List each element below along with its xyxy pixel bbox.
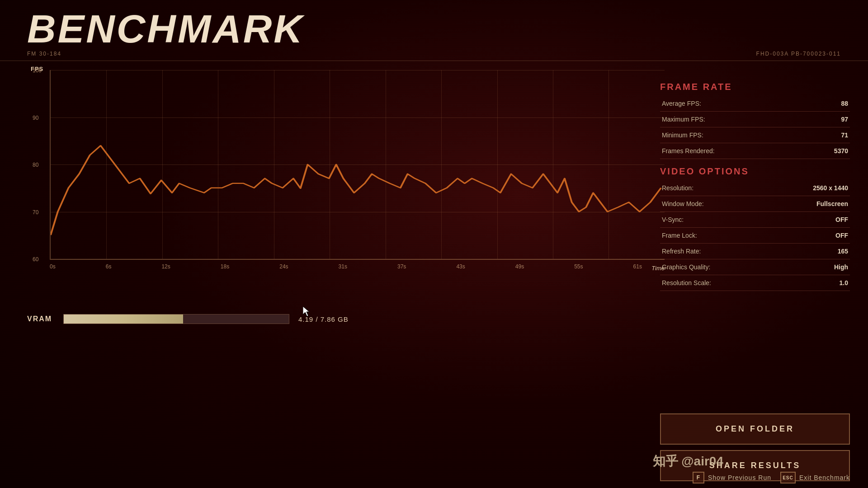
table-row: V-Sync: OFF [660, 212, 850, 228]
frames-rendered-label: Frames Rendered: [660, 143, 805, 159]
chart-wrapper: 100 90 80 70 60 [50, 70, 665, 260]
time-axis-label: Time [651, 265, 665, 272]
header-sub: FM 30-184 FHD-003A PB-700023-011 [27, 51, 841, 57]
min-fps-value: 71 [805, 127, 850, 143]
fps-chart-svg [51, 70, 665, 259]
x-label-31: 31s [339, 263, 347, 270]
resolution-scale-label: Resolution Scale: [660, 275, 769, 291]
y-label-90: 90 [33, 115, 38, 121]
refresh-rate-label: Refresh Rate: [660, 244, 769, 259]
vram-bar-container [63, 314, 289, 324]
esc-key-icon: ESC [780, 472, 796, 483]
window-mode-label: Window Mode: [660, 196, 769, 212]
f-key-icon: F [693, 472, 704, 483]
vsync-label: V-Sync: [660, 212, 769, 228]
frame-lock-label: Frame Lock: [660, 228, 769, 244]
right-panel: FRAME RATE Average FPS: 88 Maximum FPS: … [660, 70, 850, 481]
frames-rendered-value: 5370 [805, 143, 850, 159]
vram-separator: / [316, 315, 320, 323]
vsync-value: OFF [769, 212, 850, 228]
table-row: Frames Rendered: 5370 [660, 143, 850, 159]
x-label-37: 37s [397, 263, 406, 270]
vram-section: VRAM 4.19 / 7.86 GB [27, 314, 642, 324]
x-label-61: 61s [633, 263, 642, 270]
vram-total: 7.86 GB [321, 315, 349, 323]
x-label-55: 55s [574, 263, 583, 270]
frame-rate-title: FRAME RATE [660, 82, 850, 92]
table-row: Resolution Scale: 1.0 [660, 275, 850, 291]
max-fps-value: 97 [805, 112, 850, 127]
frame-rate-table: Average FPS: 88 Maximum FPS: 97 Minimum … [660, 96, 850, 159]
chart-area: FPS 100 90 80 70 60 [27, 70, 642, 481]
table-row: Average FPS: 88 [660, 96, 850, 112]
table-row: Minimum FPS: 71 [660, 127, 850, 143]
max-fps-label: Maximum FPS: [660, 112, 805, 127]
video-options-table: Resolution: 2560 x 1440 Window Mode: Ful… [660, 180, 850, 291]
y-label-80: 80 [33, 162, 38, 168]
x-label-0: 0s [50, 263, 56, 270]
table-row: Window Mode: Fullscreen [660, 196, 850, 212]
open-folder-button[interactable]: OPEN FOLDER [660, 413, 850, 445]
main-content: BENCHMARK FM 30-184 FHD-003A PB-700023-0… [0, 0, 868, 488]
exit-label: Exit Benchmark [799, 474, 850, 481]
show-prev-btn[interactable]: F Show Previous Run [693, 472, 771, 483]
x-label-18: 18s [221, 263, 229, 270]
video-options-title: VIDEO OPTIONS [660, 166, 850, 177]
avg-fps-value: 88 [805, 96, 850, 112]
code-right: FHD-003A PB-700023-011 [756, 51, 841, 57]
header: BENCHMARK FM 30-184 FHD-003A PB-700023-0… [0, 0, 868, 61]
vram-bar-fill [64, 314, 183, 324]
vram-label: VRAM [27, 315, 54, 323]
bottom-bar: F Show Previous Run ESC Exit Benchmark [693, 467, 850, 488]
graphics-quality-label: Graphics Quality: [660, 259, 769, 275]
table-row: Frame Lock: OFF [660, 228, 850, 244]
x-label-6: 6s [106, 263, 112, 270]
resolution-label: Resolution: [660, 180, 769, 196]
x-label-24: 24s [279, 263, 288, 270]
table-row: Resolution: 2560 x 1440 [660, 180, 850, 196]
x-label-49: 49s [515, 263, 524, 270]
graphics-quality-value: High [769, 259, 850, 275]
code-left: FM 30-184 [27, 51, 61, 57]
resolution-scale-value: 1.0 [769, 275, 850, 291]
resolution-value: 2560 x 1440 [769, 180, 850, 196]
y-label-70: 70 [33, 209, 38, 216]
chart-container: FPS 100 90 80 70 60 [27, 70, 642, 278]
watermark: 知乎 @air04 [653, 453, 723, 470]
min-fps-label: Minimum FPS: [660, 127, 805, 143]
avg-fps-label: Average FPS: [660, 96, 805, 112]
x-label-12: 12s [161, 263, 170, 270]
refresh-rate-value: 165 [769, 244, 850, 259]
main-layout: FPS 100 90 80 70 60 [0, 61, 868, 488]
x-axis-labels: 0s 6s 12s 18s 24s 31s 37s 43s 49s 55s 61… [50, 263, 642, 270]
page-title: BENCHMARK [27, 9, 841, 49]
frame-lock-value: OFF [769, 228, 850, 244]
show-prev-label: Show Previous Run [708, 474, 771, 481]
exit-btn[interactable]: ESC Exit Benchmark [780, 472, 850, 483]
y-label-60: 60 [33, 256, 38, 263]
y-label-100: 100 [33, 67, 42, 74]
vram-value: 4.19 / 7.86 GB [298, 315, 349, 323]
grid-60: 60 [51, 259, 665, 259]
window-mode-value: Fullscreen [769, 196, 850, 212]
table-row: Maximum FPS: 97 [660, 112, 850, 127]
table-row: Graphics Quality: High [660, 259, 850, 275]
x-label-43: 43s [456, 263, 465, 270]
vram-current: 4.19 [298, 315, 313, 323]
table-row: Refresh Rate: 165 [660, 244, 850, 259]
